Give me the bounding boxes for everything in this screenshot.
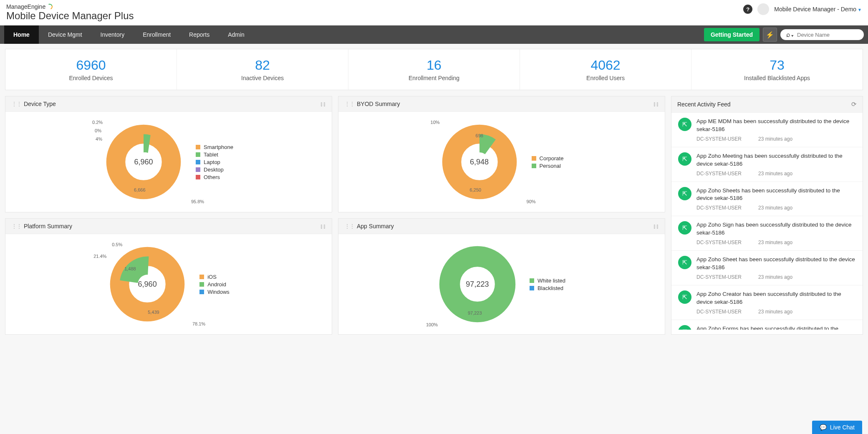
app-distribute-icon: ⇱ xyxy=(678,187,691,200)
nav-admin[interactable]: Admin xyxy=(219,25,254,44)
avatar[interactable] xyxy=(757,3,769,15)
help-icon[interactable]: ? xyxy=(743,5,752,14)
card-platform-summary: ⋮⋮Platform Summary⫿⫿ 6,960 0.5% 21.4% 1,… xyxy=(5,218,332,335)
chart-options-icon[interactable]: ⫿⫿ xyxy=(653,101,659,107)
card-activity-feed: Recent Activity Feed⟳ ⇱App ME MDM has be… xyxy=(671,96,863,335)
stat-enrolled-users[interactable]: 4062Enrolled Users xyxy=(520,49,691,90)
feed-item[interactable]: ⇱App Zoho Forms has been successfully di… xyxy=(671,320,863,330)
user-menu[interactable]: Mobile Device Manager - Demo▼ xyxy=(774,6,862,13)
chart-options-icon[interactable]: ⫿⫿ xyxy=(320,101,326,107)
getting-started-button[interactable]: Getting Started xyxy=(704,28,760,41)
app-legend: White listed Blacklisted xyxy=(530,276,565,293)
app-chart[interactable]: 97,223 97,223 100% xyxy=(438,245,517,324)
app-distribute-icon: ⇱ xyxy=(678,221,691,235)
feed-item[interactable]: ⇱App Zoho Creator has been successfully … xyxy=(671,285,863,320)
app-header: ManageEngine Mobile Device Manager Plus … xyxy=(0,0,868,25)
feed-item[interactable]: ⇱App ME MDM has been successfully distri… xyxy=(671,113,863,147)
stat-blacklisted-apps[interactable]: 73Installed Blacklisted Apps xyxy=(691,49,863,90)
card-title: App Summary xyxy=(357,223,394,230)
byod-legend: Corporate Personal xyxy=(532,154,564,170)
nav-reports[interactable]: Reports xyxy=(180,25,219,44)
card-byod-summary: ⋮⋮BYOD Summary⫿⫿ 6,948 10% 698 6,250 90%… xyxy=(338,96,665,212)
feed-item[interactable]: ⇱App Zoho Sign has been successfully dis… xyxy=(671,216,863,251)
feed-item[interactable]: ⇱App Zoho Meeting has been successfully … xyxy=(671,147,863,182)
device-type-chart[interactable]: 6,960 0.2% 0% 4% 6,666 95.8% xyxy=(104,122,183,202)
quick-action-icon[interactable]: ⚡ xyxy=(763,28,777,42)
app-distribute-icon: ⇱ xyxy=(678,256,691,269)
app-distribute-icon: ⇱ xyxy=(678,152,691,166)
feed-item[interactable]: ⇱App Zoho Sheet has been successfully di… xyxy=(671,251,863,285)
brand-label: ManageEngine xyxy=(6,3,134,10)
chart-center-label: 6,948 xyxy=(470,158,489,167)
card-title: Recent Activity Feed xyxy=(677,101,731,108)
search-box[interactable]: ⌕▾ xyxy=(780,29,864,40)
stat-enrollment-pending[interactable]: 16Enrollment Pending xyxy=(348,49,520,90)
chart-center-label: 97,223 xyxy=(466,280,489,289)
nav-home[interactable]: Home xyxy=(4,25,39,44)
refresh-icon[interactable]: ⟳ xyxy=(851,101,857,108)
stats-bar: 6960Enrolled Devices 82Inactive Devices … xyxy=(5,49,863,90)
device-type-legend: Smartphone Tablet Laptop Desktop Others xyxy=(196,143,233,182)
app-distribute-icon: ⇱ xyxy=(678,118,691,131)
feed-item[interactable]: ⇱App Zoho Sheets has been successfully d… xyxy=(671,182,863,217)
search-icon: ⌕▾ xyxy=(786,31,795,38)
nav-enrollment[interactable]: Enrollment xyxy=(134,25,180,44)
card-title: Platform Summary xyxy=(24,223,72,230)
chart-center-label: 6,960 xyxy=(134,158,153,167)
app-distribute-icon: ⇱ xyxy=(678,325,691,330)
product-title: Mobile Device Manager Plus xyxy=(6,10,134,22)
platform-legend: iOS Android Windows xyxy=(199,273,230,296)
search-input[interactable] xyxy=(797,32,867,38)
card-device-type: ⋮⋮Device Type⫿⫿ 6,960 0.2% 0% 4% 6,666 9… xyxy=(5,96,332,212)
drag-handle-icon[interactable]: ⋮⋮ xyxy=(11,223,21,230)
main-nav: Home Device Mgmt Inventory Enrollment Re… xyxy=(0,25,868,44)
feed-list: ⇱App ME MDM has been successfully distri… xyxy=(671,113,863,330)
stat-inactive-devices[interactable]: 82Inactive Devices xyxy=(177,49,348,90)
stat-enrolled-devices[interactable]: 6960Enrolled Devices xyxy=(5,49,177,90)
drag-handle-icon[interactable]: ⋮⋮ xyxy=(344,223,354,230)
platform-chart[interactable]: 6,960 0.5% 21.4% 1,488 5,439 78.1% xyxy=(108,245,187,324)
card-app-summary: ⋮⋮App Summary⫿⫿ 97,223 97,223 100% White… xyxy=(338,218,665,335)
card-title: Device Type xyxy=(24,101,56,107)
byod-chart[interactable]: 6,948 10% 698 6,250 90% xyxy=(440,122,519,202)
drag-handle-icon[interactable]: ⋮⋮ xyxy=(11,101,21,107)
logo-area: ManageEngine Mobile Device Manager Plus xyxy=(6,3,134,22)
drag-handle-icon[interactable]: ⋮⋮ xyxy=(344,101,354,107)
chart-options-icon[interactable]: ⫿⫿ xyxy=(653,223,659,230)
app-distribute-icon: ⇱ xyxy=(678,290,691,304)
chart-center-label: 6,960 xyxy=(138,280,157,289)
nav-device-mgmt[interactable]: Device Mgmt xyxy=(39,25,91,44)
header-right: ? Mobile Device Manager - Demo▼ xyxy=(743,3,862,15)
card-title: BYOD Summary xyxy=(357,101,400,107)
brand-swoosh-icon xyxy=(46,3,53,10)
chart-options-icon[interactable]: ⫿⫿ xyxy=(320,223,326,230)
chevron-down-icon: ▼ xyxy=(858,8,862,12)
nav-inventory[interactable]: Inventory xyxy=(91,25,134,44)
